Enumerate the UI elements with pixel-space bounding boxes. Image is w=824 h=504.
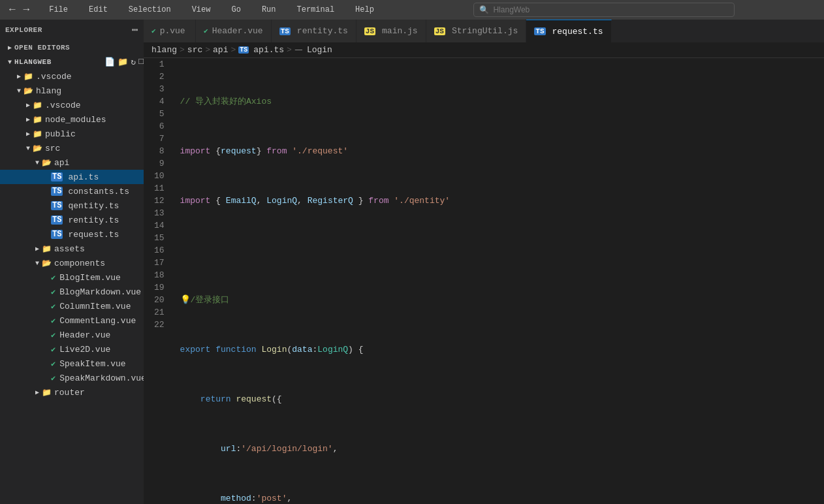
sidebar-item-hlang-vscode[interactable]: ▶ 📁 .vscode bbox=[0, 98, 144, 112]
sidebar-item-commentlang-vue[interactable]: ▶ ✔ CommentLang.vue bbox=[0, 313, 144, 328]
sidebar-item-blogitem-vue[interactable]: ▶ ✔ BlogItem.vue bbox=[0, 270, 144, 285]
sidebar-item-blogmarkdown-vue[interactable]: ▶ ✔ BlogMarkdown.vue bbox=[0, 285, 144, 299]
code-line-3: import { EmailQ, LoginQ, RegisterQ } fro… bbox=[180, 195, 824, 207]
tab-p-vue[interactable]: ✔ p.vue bbox=[144, 20, 196, 42]
code-token: './request' bbox=[292, 145, 348, 157]
tab-main-js-label: main.js bbox=[382, 26, 418, 36]
menu-file[interactable]: File bbox=[45, 4, 72, 16]
new-file-icon[interactable]: 📄 bbox=[104, 57, 115, 67]
code-token: function bbox=[215, 343, 261, 356]
router-arrow: ▶ bbox=[33, 388, 42, 396]
header-vue-label: Header.vue bbox=[59, 330, 110, 340]
breadcrumb-sep-3: > bbox=[230, 45, 236, 55]
vue-file-icon: ✔ bbox=[51, 287, 55, 297]
breadcrumb-api-ts[interactable]: api.ts bbox=[253, 45, 284, 55]
collapse-all-icon[interactable]: □ bbox=[138, 57, 144, 67]
sidebar-item-node-modules[interactable]: ▶ 📁 node_modules bbox=[0, 112, 144, 127]
line-num-2: 2 bbox=[154, 71, 165, 83]
sidebar-item-public[interactable]: ▶ 📁 public bbox=[0, 127, 144, 141]
sidebar-item-src[interactable]: ▼ 📂 src bbox=[0, 141, 144, 155]
new-folder-icon[interactable]: 📁 bbox=[118, 57, 128, 67]
sidebar-item-api-ts[interactable]: ▶ TS api.ts bbox=[0, 170, 144, 184]
code-token: RegisterQ bbox=[308, 195, 353, 207]
hlang-vscode-label: .vscode bbox=[45, 101, 81, 110]
sidebar-item-header-vue[interactable]: ▶ ✔ Header.vue bbox=[0, 328, 144, 342]
sidebar-item-components[interactable]: ▼ 📂 components bbox=[0, 256, 144, 270]
tab-header-vue[interactable]: ✔ Header.vue bbox=[196, 20, 272, 42]
menu-run[interactable]: Run bbox=[258, 4, 280, 16]
line-num-18: 18 bbox=[154, 269, 165, 281]
sidebar-item-rentity-ts[interactable]: ▶ TS rentity.ts bbox=[0, 213, 144, 227]
code-token: , bbox=[333, 443, 338, 455]
breadcrumb-hlang[interactable]: hlang bbox=[151, 45, 177, 55]
breadcrumb-login[interactable]: Login bbox=[307, 45, 332, 55]
breadcrumb-api[interactable]: api bbox=[213, 45, 228, 55]
code-token: EmailQ bbox=[226, 195, 257, 207]
menu-help[interactable]: Help bbox=[351, 4, 378, 16]
forward-arrow[interactable]: → bbox=[21, 3, 33, 17]
sidebar-item-constants-ts[interactable]: ▶ TS constants.ts bbox=[0, 184, 144, 198]
node-modules-label: node_modules bbox=[45, 115, 106, 125]
code-token: request bbox=[221, 145, 257, 157]
sidebar-item-columnitem-vue[interactable]: ▶ ✔ ColumnItem.vue bbox=[0, 299, 144, 313]
menu-edit[interactable]: Edit bbox=[85, 4, 112, 16]
search-bar[interactable]: 🔍 bbox=[473, 3, 735, 17]
back-arrow[interactable]: ← bbox=[7, 3, 18, 17]
root-arrow: ▼ bbox=[5, 59, 14, 66]
sidebar-item-hlang[interactable]: ▼ 📂 hlang bbox=[0, 84, 144, 98]
sidebar-item-speakmarkdown-vue[interactable]: ▶ ✔ SpeakMarkdown.vue bbox=[0, 371, 144, 385]
line-num-15: 15 bbox=[154, 232, 165, 244]
vscode-root-arrow: ▶ bbox=[14, 72, 24, 80]
columnitem-label: ColumnItem.vue bbox=[59, 302, 131, 311]
sidebar-item-vscode-root[interactable]: ▶ 📁 .vscode bbox=[0, 69, 144, 84]
sidebar-item-api[interactable]: ▼ 📂 api bbox=[0, 155, 144, 170]
code-line-8: url:'/api/login/login', bbox=[180, 443, 824, 455]
menu-selection[interactable]: Selection bbox=[125, 4, 175, 16]
line-num-17: 17 bbox=[154, 257, 165, 269]
hlang-vscode-arrow: ▶ bbox=[24, 101, 33, 109]
code-area[interactable]: // 导入封装好的Axios import {request} from './… bbox=[170, 58, 824, 504]
line-num-4: 4 bbox=[154, 95, 165, 108]
menu-go[interactable]: Go bbox=[227, 4, 244, 16]
line-num-12: 12 bbox=[154, 195, 165, 207]
code-token: 'post' bbox=[257, 492, 287, 504]
line-num-1: 1 bbox=[154, 58, 165, 71]
explorer-more[interactable]: ⋯ bbox=[132, 24, 138, 37]
root-folder[interactable]: ▼ HLANGWEB 📄 📁 ↻ □ bbox=[0, 55, 144, 69]
sidebar-item-speakitem-vue[interactable]: ▶ ✔ SpeakItem.vue bbox=[0, 356, 144, 371]
editor-content[interactable]: 1 2 3 4 5 6 7 8 9 10 11 12 13 14 15 16 1… bbox=[144, 58, 824, 504]
code-line-9: method:'post', bbox=[180, 492, 824, 504]
breadcrumb-sep-2: > bbox=[205, 45, 210, 55]
tab-main-js[interactable]: JS main.js bbox=[357, 20, 426, 42]
vue-file-icon: ✔ bbox=[51, 316, 55, 326]
sidebar-item-request-ts[interactable]: ▶ TS request.ts bbox=[0, 227, 144, 242]
sidebar-item-qentity-ts[interactable]: ▶ TS qentity.ts bbox=[0, 198, 144, 213]
ts-file-icon: TS bbox=[51, 187, 63, 196]
breadcrumb-src[interactable]: src bbox=[187, 45, 202, 55]
sidebar-item-live2d-vue[interactable]: ▶ ✔ Live2D.vue bbox=[0, 342, 144, 356]
hlang-arrow: ▼ bbox=[14, 87, 24, 95]
folder-icon: 📁 bbox=[33, 129, 42, 139]
menu-terminal[interactable]: Terminal bbox=[293, 4, 338, 16]
refresh-icon[interactable]: ↻ bbox=[131, 57, 136, 67]
hlang-label: hlang bbox=[36, 86, 61, 96]
tab-stringutil-js[interactable]: JS StringUtil.js bbox=[426, 20, 527, 42]
tab-rentity-ts[interactable]: TS rentity.ts bbox=[272, 20, 357, 42]
search-input[interactable] bbox=[493, 5, 729, 14]
vue-file-icon: ✔ bbox=[51, 273, 55, 283]
vue-file-icon: ✔ bbox=[51, 359, 55, 369]
sidebar-item-router[interactable]: ▶ 📁 router bbox=[0, 385, 144, 400]
tab-request-ts[interactable]: TS request.ts bbox=[526, 20, 611, 42]
folder-icon: 📁 bbox=[42, 388, 52, 398]
public-label: public bbox=[45, 129, 76, 139]
folder-icon: 📂 bbox=[24, 86, 33, 96]
sidebar: EXPLORER ⋯ ▶ OPEN EDITORS ▼ HLANGWEB 📄 📁… bbox=[0, 20, 144, 504]
open-editors-section[interactable]: ▶ OPEN EDITORS bbox=[0, 40, 144, 55]
api-arrow: ▼ bbox=[33, 159, 42, 166]
menu-view[interactable]: View bbox=[188, 4, 215, 16]
ts-tab-icon: TS bbox=[534, 27, 545, 35]
code-token: from bbox=[266, 145, 292, 157]
code-line-4 bbox=[180, 244, 824, 257]
router-label: router bbox=[54, 388, 85, 398]
sidebar-item-assets[interactable]: ▶ 📁 assets bbox=[0, 242, 144, 256]
